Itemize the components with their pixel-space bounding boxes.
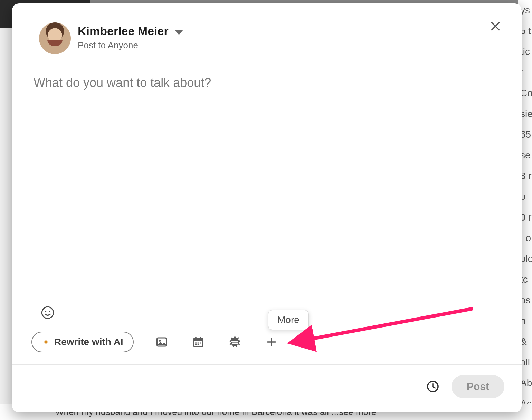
svg-line-22 xyxy=(433,387,435,388)
create-event-button[interactable] xyxy=(190,333,207,351)
svg-rect-14 xyxy=(195,344,197,345)
svg-rect-15 xyxy=(197,344,199,345)
plus-icon xyxy=(266,336,277,348)
composer-area xyxy=(12,54,522,304)
schedule-button[interactable] xyxy=(425,378,441,395)
svg-point-2 xyxy=(42,307,53,318)
more-tooltip: More xyxy=(268,310,309,330)
svg-rect-13 xyxy=(200,343,201,344)
post-textarea[interactable] xyxy=(33,75,502,249)
clock-icon xyxy=(426,380,439,393)
emoji-row xyxy=(12,304,522,332)
modal-header: Kimberlee Meier Post to Anyone xyxy=(12,3,522,54)
add-media-button[interactable] xyxy=(153,333,170,351)
calendar-icon xyxy=(192,336,205,348)
avatar xyxy=(39,22,71,54)
more-button[interactable] xyxy=(263,333,280,351)
svg-point-6 xyxy=(159,340,161,342)
starburst-icon xyxy=(228,335,242,349)
rewrite-label: Rewrite with AI xyxy=(54,336,123,348)
celebrate-button[interactable] xyxy=(226,333,244,351)
emoji-icon xyxy=(41,306,55,320)
close-button[interactable] xyxy=(486,17,504,35)
author-block: Kimberlee Meier Post to Anyone xyxy=(78,25,183,51)
sparkle-icon xyxy=(42,338,50,346)
svg-point-3 xyxy=(45,311,46,312)
visibility-selector[interactable]: Kimberlee Meier xyxy=(78,25,183,38)
svg-rect-8 xyxy=(193,339,203,341)
chevron-down-icon xyxy=(175,30,183,35)
image-icon xyxy=(155,336,168,348)
post-button[interactable]: Post xyxy=(452,375,504,398)
svg-rect-12 xyxy=(197,343,199,344)
svg-rect-17 xyxy=(232,343,238,344)
svg-rect-11 xyxy=(195,343,197,344)
svg-point-4 xyxy=(49,311,50,312)
toolbar: Rewrite with AI xyxy=(12,332,522,364)
close-icon xyxy=(489,20,502,32)
visibility-label: Post to Anyone xyxy=(78,40,183,51)
svg-rect-9 xyxy=(195,337,197,340)
svg-rect-16 xyxy=(231,341,238,342)
svg-rect-10 xyxy=(200,337,201,340)
create-post-modal: Kimberlee Meier Post to Anyone xyxy=(12,3,522,412)
rewrite-with-ai-button[interactable]: Rewrite with AI xyxy=(31,332,134,352)
emoji-button[interactable] xyxy=(39,304,56,321)
author-name: Kimberlee Meier xyxy=(78,25,169,38)
modal-footer: Post xyxy=(12,365,522,412)
